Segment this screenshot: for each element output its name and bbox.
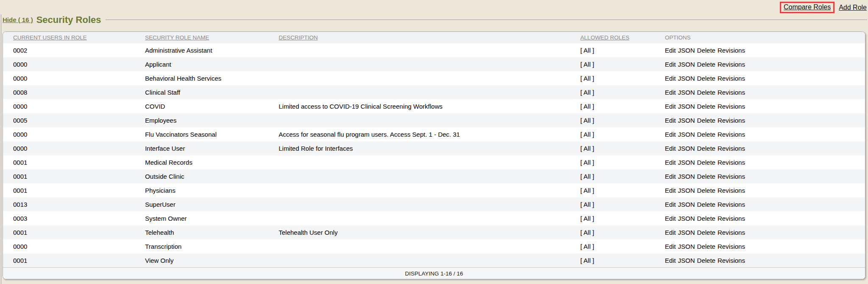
option-delete-link[interactable]: Delete (697, 215, 715, 222)
option-delete-link[interactable]: Delete (697, 89, 715, 96)
option-revisions-link[interactable]: Revisions (718, 201, 745, 208)
option-json-link[interactable]: JSON (678, 201, 695, 208)
role-name-cell: View Only (135, 253, 268, 267)
option-delete-link[interactable]: Delete (697, 103, 715, 110)
option-edit-link[interactable]: Edit (665, 131, 676, 138)
option-delete-link[interactable]: Delete (697, 117, 715, 124)
table-row: 0001 Medical Records [ All ] EditJSONDel… (3, 155, 865, 169)
sort-role-name-link[interactable]: SECURITY ROLE NAME (145, 34, 209, 41)
users-count-cell: 0001 (3, 155, 135, 169)
option-delete-link[interactable]: Delete (697, 61, 715, 68)
option-edit-link[interactable]: Edit (665, 243, 676, 250)
option-revisions-link[interactable]: Revisions (718, 61, 745, 68)
option-revisions-link[interactable]: Revisions (718, 215, 745, 222)
option-json-link[interactable]: JSON (678, 117, 695, 124)
option-edit-link[interactable]: Edit (665, 173, 676, 180)
option-edit-link[interactable]: Edit (665, 187, 676, 194)
option-edit-link[interactable]: Edit (665, 89, 676, 96)
option-delete-link[interactable]: Delete (697, 75, 715, 82)
options-cell: EditJSONDeleteRevisions (655, 211, 865, 225)
option-json-link[interactable]: JSON (678, 173, 695, 180)
option-delete-link[interactable]: Delete (697, 243, 715, 250)
option-json-link[interactable]: JSON (678, 215, 695, 222)
users-count-cell: 0013 (3, 197, 135, 211)
table-row: 0002 Administrative Assistant [ All ] Ed… (3, 43, 865, 57)
option-revisions-link[interactable]: Revisions (718, 131, 745, 138)
option-json-link[interactable]: JSON (678, 103, 695, 110)
option-revisions-link[interactable]: Revisions (718, 159, 745, 166)
sort-current-users-link[interactable]: CURRENT USERS IN ROLE (13, 34, 87, 41)
option-delete-link[interactable]: Delete (697, 229, 715, 236)
options-cell: EditJSONDeleteRevisions (655, 43, 865, 57)
allowed-roles-cell: [ All ] (570, 225, 654, 239)
column-header-allowed-roles: ALLOWED ROLES (570, 32, 654, 43)
option-edit-link[interactable]: Edit (665, 201, 676, 208)
users-count-cell: 0005 (3, 113, 135, 127)
option-revisions-link[interactable]: Revisions (718, 89, 745, 96)
option-delete-link[interactable]: Delete (697, 201, 715, 208)
table-row: 0001 Telehealth Telehealth User Only [ A… (3, 225, 865, 239)
option-revisions-link[interactable]: Revisions (718, 243, 745, 250)
option-edit-link[interactable]: Edit (665, 47, 676, 54)
option-revisions-link[interactable]: Revisions (718, 145, 745, 152)
allowed-roles-cell: [ All ] (570, 99, 654, 113)
options-cell: EditJSONDeleteRevisions (655, 85, 865, 99)
compare-roles-highlight: Compare Roles (780, 2, 835, 13)
option-json-link[interactable]: JSON (678, 243, 695, 250)
option-delete-link[interactable]: Delete (697, 47, 715, 54)
option-revisions-link[interactable]: Revisions (718, 187, 745, 194)
users-count-cell: 0001 (3, 169, 135, 183)
role-name-cell: Employees (135, 113, 268, 127)
option-json-link[interactable]: JSON (678, 75, 695, 82)
option-revisions-link[interactable]: Revisions (718, 229, 745, 236)
option-json-link[interactable]: JSON (678, 229, 695, 236)
option-json-link[interactable]: JSON (678, 89, 695, 96)
option-json-link[interactable]: JSON (678, 145, 695, 152)
legend-rule (106, 20, 867, 20)
option-edit-link[interactable]: Edit (665, 159, 676, 166)
toolbar: Compare Roles Add Role (0, 0, 868, 13)
option-json-link[interactable]: JSON (678, 257, 695, 264)
option-edit-link[interactable]: Edit (665, 103, 676, 110)
option-revisions-link[interactable]: Revisions (718, 47, 745, 54)
table-row: 0005 Employees [ All ] EditJSONDeleteRev… (3, 113, 865, 127)
option-edit-link[interactable]: Edit (665, 117, 676, 124)
option-delete-link[interactable]: Delete (697, 257, 715, 264)
table-row: 0001 Physicians [ All ] EditJSONDeleteRe… (3, 183, 865, 197)
add-role-link[interactable]: Add Role (839, 4, 867, 11)
option-json-link[interactable]: JSON (678, 187, 695, 194)
role-name-cell: Behavioral Health Services (135, 71, 268, 85)
option-edit-link[interactable]: Edit (665, 75, 676, 82)
option-edit-link[interactable]: Edit (665, 215, 676, 222)
option-json-link[interactable]: JSON (678, 159, 695, 166)
table-footer-row: DISPLAYING 1-16 / 16 (3, 267, 865, 279)
table-row: 0000 Transcription [ All ] EditJSONDelet… (3, 239, 865, 253)
section-legend: Hide ( 16 ) Security Roles (1, 14, 868, 25)
option-edit-link[interactable]: Edit (665, 145, 676, 152)
option-revisions-link[interactable]: Revisions (718, 103, 745, 110)
table-row: 0008 Clinical Staff [ All ] EditJSONDele… (3, 85, 865, 99)
option-delete-link[interactable]: Delete (697, 159, 715, 166)
option-revisions-link[interactable]: Revisions (718, 117, 745, 124)
compare-roles-link[interactable]: Compare Roles (784, 3, 831, 11)
option-revisions-link[interactable]: Revisions (718, 75, 745, 82)
option-delete-link[interactable]: Delete (697, 173, 715, 180)
sort-allowed-roles-link[interactable]: ALLOWED ROLES (580, 34, 629, 41)
option-json-link[interactable]: JSON (678, 61, 695, 68)
option-revisions-link[interactable]: Revisions (718, 173, 745, 180)
option-json-link[interactable]: JSON (678, 131, 695, 138)
option-edit-link[interactable]: Edit (665, 229, 676, 236)
column-header-current-users: CURRENT USERS IN ROLE (3, 32, 135, 43)
role-name-cell: SuperUser (135, 197, 268, 211)
option-delete-link[interactable]: Delete (697, 187, 715, 194)
users-count-cell: 0000 (3, 99, 135, 113)
option-revisions-link[interactable]: Revisions (718, 257, 745, 264)
sort-description-link[interactable]: DESCRIPTION (278, 34, 317, 41)
option-delete-link[interactable]: Delete (697, 131, 715, 138)
option-json-link[interactable]: JSON (678, 47, 695, 54)
hide-section-link[interactable]: Hide ( 16 ) (3, 16, 33, 23)
option-edit-link[interactable]: Edit (665, 257, 676, 264)
option-delete-link[interactable]: Delete (697, 145, 715, 152)
option-edit-link[interactable]: Edit (665, 61, 676, 68)
role-name-cell: System Owner (135, 211, 268, 225)
